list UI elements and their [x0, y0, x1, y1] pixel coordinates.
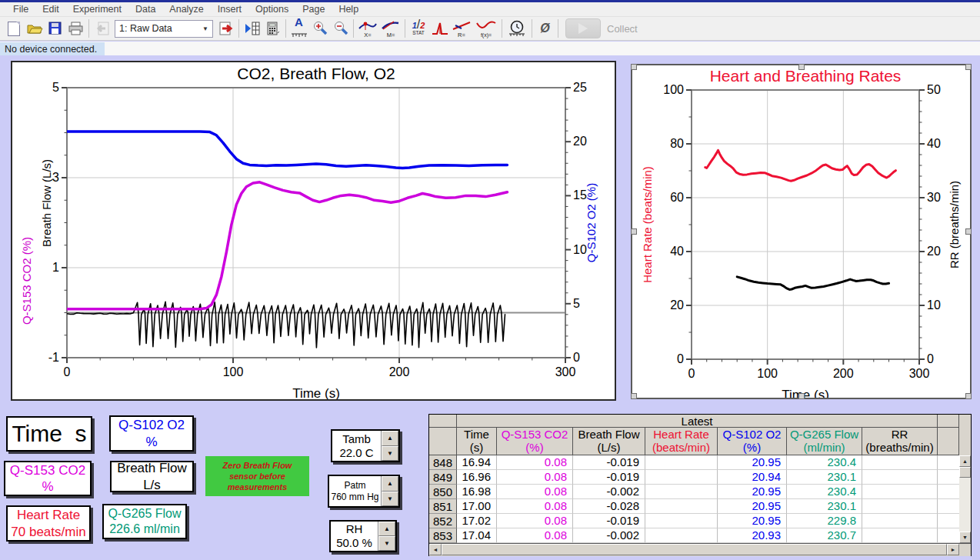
rh-increment-button[interactable]: ▲	[378, 522, 395, 536]
scroll-up-button[interactable]: ▲	[959, 455, 971, 467]
cell-g265[interactable]: 230.1	[787, 470, 862, 485]
cell-co2[interactable]: 0.08	[497, 485, 573, 499]
cell-g265[interactable]: 230.4	[787, 455, 862, 470]
cell-rr[interactable]	[862, 499, 938, 514]
column-header-co2[interactable]: Q-S153 CO2(%)	[497, 428, 573, 455]
column-header-time[interactable]: Time(s)	[457, 428, 497, 455]
tamb-increment-button[interactable]: ▲	[382, 431, 398, 446]
new-file-button[interactable]	[3, 18, 24, 38]
menu-item-help[interactable]: Help	[332, 2, 365, 16]
statistics-button[interactable]: 1/2 STAT	[408, 18, 429, 38]
cell-co2[interactable]: 0.08	[497, 499, 573, 514]
menu-item-insert[interactable]: Insert	[211, 2, 248, 16]
menu-item-file[interactable]: File	[6, 2, 35, 16]
column-header-flow[interactable]: Breath Flow(L/s)	[573, 428, 645, 455]
cell-rr[interactable]	[862, 470, 938, 485]
cell-rr[interactable]	[862, 455, 938, 470]
cell-rr[interactable]	[862, 514, 938, 528]
linear-fit-button[interactable]: R=	[450, 18, 473, 38]
cell-co2[interactable]: 0.08	[497, 528, 573, 543]
cell-o2[interactable]: 20.93	[718, 528, 787, 543]
menu-item-edit[interactable]: Edit	[35, 2, 66, 16]
cell-co2[interactable]: 0.08	[497, 470, 573, 485]
resize-handle[interactable]	[631, 393, 637, 399]
column-header-rr[interactable]: RR(breaths/min)	[862, 428, 938, 455]
column-header-g265[interactable]: Q-G265 Flow(ml/min)	[787, 428, 862, 455]
cell-hr[interactable]	[645, 470, 718, 485]
vertical-scrollbar[interactable]: ▲▼	[959, 455, 971, 543]
vertical-scroll-thumb[interactable]	[959, 467, 971, 478]
patm-increment-button[interactable]: ▲	[382, 476, 398, 492]
menu-item-analyze[interactable]: Analyze	[162, 2, 210, 16]
cell-g265[interactable]: 230.1	[787, 499, 862, 514]
cell-flow[interactable]: -0.019	[573, 470, 645, 485]
zoom-in-button[interactable]	[309, 18, 330, 38]
vertical-scroll-track[interactable]	[959, 478, 971, 532]
graph-co2-breathflow-o2[interactable]: 0100200300-11350510152025CO2, Breath Flo…	[11, 61, 616, 401]
column-header-hr[interactable]: Heart Rate(beats/min)	[645, 428, 718, 455]
open-file-button[interactable]	[24, 18, 45, 38]
cell-time[interactable]: 17.02	[457, 514, 497, 528]
cell-g265[interactable]: 230.4	[787, 485, 862, 499]
menu-item-options[interactable]: Options	[248, 2, 295, 16]
rh-decrement-button[interactable]: ▼	[378, 536, 395, 551]
cell-hr[interactable]	[645, 485, 718, 499]
cell-g265[interactable]: 229.8	[787, 514, 862, 528]
cell-o2[interactable]: 20.95	[718, 499, 787, 514]
cell-hr[interactable]	[645, 499, 718, 514]
cell-o2[interactable]: 20.95	[718, 455, 787, 470]
resize-handle[interactable]	[798, 64, 805, 70]
zero-button[interactable]: Ø	[535, 18, 555, 38]
cell-time[interactable]: 16.94	[457, 455, 497, 470]
cell-flow[interactable]: -0.002	[573, 528, 645, 543]
calculator-button[interactable]	[262, 18, 283, 38]
menu-item-experiment[interactable]: Experiment	[66, 2, 128, 16]
cell-o2[interactable]: 20.95	[718, 514, 787, 528]
column-header-o2[interactable]: Q-S102 O2(%)	[718, 428, 787, 455]
cell-o2[interactable]: 20.94	[718, 470, 787, 485]
meter-time[interactable]: Time s	[6, 416, 92, 452]
data-table-button[interactable]	[242, 18, 262, 38]
tamb-decrement-button[interactable]: ▼	[382, 446, 398, 462]
integral-button[interactable]	[429, 18, 450, 38]
examine-button[interactable]: X=	[356, 18, 379, 38]
meter-heart-rate[interactable]: Heart Rate 70 beats/min	[6, 505, 91, 542]
cell-time[interactable]: 16.96	[457, 470, 497, 485]
cell-rr[interactable]	[862, 485, 938, 499]
scroll-right-button[interactable]: ►	[947, 544, 959, 555]
resize-handle[interactable]	[965, 393, 972, 399]
horizontal-scrollbar[interactable]: ◄►	[429, 543, 971, 556]
curve-fit-button[interactable]: f(x)=	[473, 18, 499, 38]
resize-handle[interactable]	[631, 64, 637, 70]
cell-co2[interactable]: 0.08	[497, 514, 573, 528]
cell-time[interactable]: 16.98	[457, 485, 497, 499]
meter-o2[interactable]: Q-S102 O2 %	[109, 415, 194, 452]
resize-handle[interactable]	[798, 393, 805, 399]
tangent-button[interactable]: M=	[379, 18, 402, 38]
data-table[interactable]: LatestTime(s)Q-S153 CO2(%)Breath Flow(L/…	[428, 414, 972, 556]
cell-o2[interactable]: 20.95	[718, 485, 787, 499]
cell-time[interactable]: 17.04	[457, 528, 497, 543]
resize-handle[interactable]	[631, 228, 637, 235]
cell-flow[interactable]: -0.019	[573, 514, 645, 528]
cell-flow[interactable]: -0.002	[573, 485, 645, 499]
zoom-out-button[interactable]	[330, 18, 351, 38]
cell-hr[interactable]	[645, 528, 718, 543]
scroll-down-button[interactable]: ▼	[959, 532, 971, 543]
resize-handle[interactable]	[965, 228, 972, 235]
scroll-left-button[interactable]: ◄	[429, 544, 442, 555]
cell-rr[interactable]	[862, 528, 938, 543]
cell-hr[interactable]	[645, 514, 718, 528]
data-collection-button[interactable]	[505, 18, 529, 38]
autoscale-button[interactable]: A	[288, 18, 309, 38]
dataset-selector[interactable]: 1: Raw Data ▼	[115, 20, 213, 38]
graph-heart-breathing-rates[interactable]: 010020030002040608010001020304050Heart a…	[631, 64, 972, 399]
meter-breath-flow[interactable]: Breath Flow L/s	[110, 461, 194, 492]
cell-time[interactable]: 17.00	[457, 499, 497, 514]
cell-hr[interactable]	[645, 455, 718, 470]
save-button[interactable]	[45, 18, 65, 38]
print-button[interactable]	[65, 18, 86, 38]
cell-co2[interactable]: 0.08	[497, 455, 573, 470]
cell-flow[interactable]: -0.028	[573, 499, 645, 514]
cell-flow[interactable]: -0.019	[573, 455, 645, 470]
